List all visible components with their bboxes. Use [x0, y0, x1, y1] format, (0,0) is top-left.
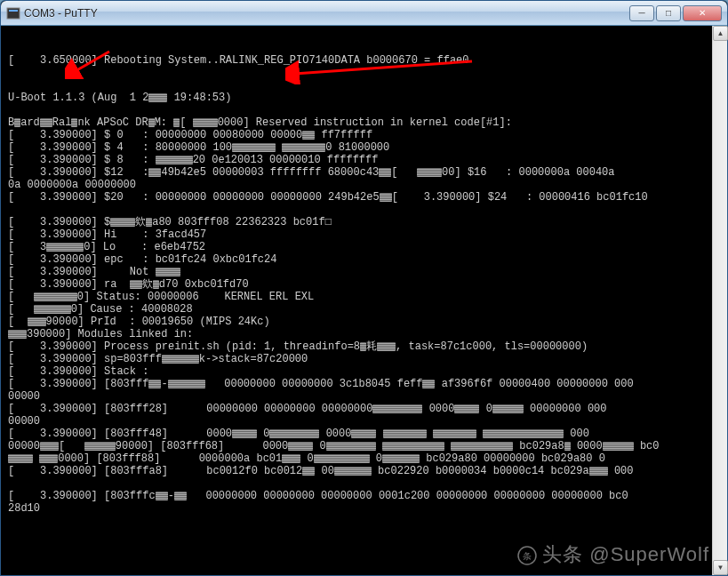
terminal-line: [ 3.390000] $20 : 00000000 00000000 0000… [8, 191, 720, 204]
terminal-line: 0a 0000000a 00000000 [8, 179, 720, 191]
smudge [377, 342, 396, 351]
terminal-line: [ 3.390000] ra 欸d70 0xbc01fd70 [8, 278, 720, 291]
titlebar[interactable]: COM3 - PuTTY ─ □ ✕ [1, 1, 727, 26]
terminal-line: [ 3.390000] [803fffc- 00000000 00000000 … [8, 490, 720, 502]
smudge [382, 442, 444, 451]
smudge [232, 143, 276, 152]
smudge [564, 442, 571, 451]
watermark-text: 头条 @SuperWolf [542, 543, 709, 565]
window-controls: ─ □ ✕ [628, 5, 722, 21]
terminal-line: [ 3.390000] [803fff28] 00000000 00000000… [8, 403, 720, 415]
smudge [168, 380, 205, 388]
smudge [379, 168, 391, 177]
terminal-line: 00000 [8, 390, 720, 403]
terminal-line [8, 104, 720, 116]
smudge [483, 429, 564, 438]
terminal-line: [ 3.390000] Stack : [8, 365, 720, 378]
smudge [380, 193, 392, 202]
terminal-line: BardRalnk APSoC DRM: [ 0000] Reserved in… [8, 116, 720, 129]
smudge [589, 467, 608, 476]
svg-rect-1 [9, 10, 18, 12]
terminal-output[interactable]: [ 3.650000] Rebooting System..RALINK_REG… [1, 26, 727, 575]
smudge [40, 118, 52, 127]
smudge [110, 218, 135, 227]
terminal-line: [ 3.390000] Hi : 3facd457 [8, 228, 720, 241]
close-button[interactable]: ✕ [683, 5, 722, 21]
terminal-line: [ 3.390000] $ 0 : 00000000 00080000 0000… [8, 129, 720, 141]
smudge [46, 243, 84, 252]
terminal-line: 00000 [8, 415, 720, 428]
window-title: COM3 - PuTTY [24, 7, 628, 20]
smudge [156, 268, 180, 276]
smudge [8, 330, 27, 339]
terminal-line [8, 204, 720, 216]
terminal-line: [ 3.390000] sp=803fffk->stack=87c20000 [8, 353, 720, 365]
terminal-line [8, 477, 720, 490]
smudge [173, 118, 180, 127]
smudge [156, 492, 168, 500]
smudge [148, 118, 155, 127]
terminal-line: 0000] [803fff88] 0000000a bc01 0 0 bc029… [8, 452, 720, 465]
vertical-scrollbar[interactable]: ▲ ▼ [712, 26, 727, 575]
smudge [433, 429, 476, 438]
app-icon [6, 6, 20, 20]
terminal-line: [ 30] Lo : e6eb4752 [8, 241, 720, 253]
terminal-line: [ 3.390000] $欸a80 803fff08 22362323 bc01… [8, 216, 720, 228]
terminal-line: [ 3.390000] $ 8 : 20 0e120013 00000010 f… [8, 154, 720, 166]
terminal-line: [ 0] Cause : 40008028 [8, 303, 720, 316]
smudge [14, 118, 20, 127]
smudge [232, 429, 257, 438]
terminal-line: [ 3.390000] [803fffa8] bc0012f0 bc0012 0… [8, 465, 720, 477]
terminal-line: 00000[ 90000] [803fff68] 0000 0 bc029a8 … [8, 440, 720, 452]
smudge [454, 404, 479, 413]
maximize-button[interactable]: □ [656, 5, 681, 21]
smudge [492, 404, 524, 413]
svg-text:条: 条 [523, 551, 532, 561]
smudge [71, 118, 77, 127]
smudge [282, 143, 325, 152]
smudge [8, 454, 33, 463]
smudge [28, 317, 46, 326]
watermark-icon: 条 [517, 546, 537, 565]
smudge [34, 292, 77, 301]
terminal-line: [ 3.390000] [803fff- 00000000 00000000 3… [8, 378, 720, 390]
smudge [39, 454, 58, 463]
smudge [148, 380, 161, 388]
terminal-line: [ 3.390000] $ 4 : 80000000 100 0 8100000… [8, 141, 720, 154]
smudge [383, 429, 427, 438]
smudge [40, 442, 59, 451]
smudge [146, 218, 152, 227]
terminal-line [8, 67, 720, 79]
smudge [282, 454, 300, 463]
watermark: 条 头条 @SuperWolf [517, 541, 709, 568]
smudge [326, 442, 376, 451]
smudge [34, 305, 71, 314]
smudge [156, 156, 193, 164]
smudge [84, 442, 116, 451]
smudge [193, 118, 218, 127]
terminal-line: [ 3.390000] Not [8, 266, 720, 278]
terminal-line: [ 3.390000] epc : bc01fc24 0xbc01fc24 [8, 253, 720, 266]
scroll-down-button[interactable]: ▼ [713, 560, 728, 575]
terminal-line: [ 3.390000] $12 :49b42e5 00000003 ffffff… [8, 166, 720, 179]
minimize-button[interactable]: ─ [629, 5, 654, 21]
smudge [130, 280, 142, 289]
smudge [417, 168, 442, 177]
terminal-line: [ 3.390000] Process preinit.sh (pid: 1, … [8, 340, 720, 353]
smudge [148, 168, 161, 177]
smudge [351, 429, 376, 438]
terminal-line: [ 90000] PrId : 00019650 (MIPS 24Kc) [8, 316, 720, 328]
terminal-line: 390000] Modules linked in: [8, 328, 720, 340]
terminal-line: [ 3.650000] Rebooting System..RALINK_REG… [8, 54, 720, 67]
smudge [360, 342, 366, 351]
smudge [288, 442, 313, 451]
smudge [174, 492, 187, 500]
terminal-line: [ 0] Status: 00000006 KERNEL ERL EXL [8, 291, 720, 303]
smudge [334, 467, 372, 476]
smudge [302, 467, 315, 476]
smudge [422, 380, 435, 388]
smudge [314, 454, 370, 463]
smudge [153, 280, 159, 289]
terminal-line: U-Boot 1.1.3 (Aug 1 2 19:48:53) [8, 92, 720, 104]
scroll-up-button[interactable]: ▲ [713, 26, 728, 41]
